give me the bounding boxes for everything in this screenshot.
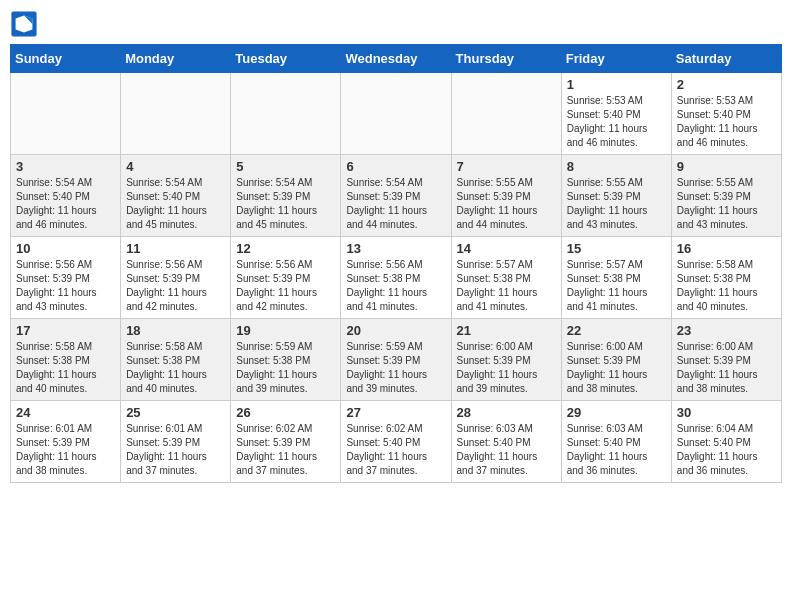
page-header — [10, 10, 782, 38]
day-number: 4 — [126, 159, 225, 174]
calendar-cell: 27Sunrise: 6:02 AM Sunset: 5:40 PM Dayli… — [341, 401, 451, 483]
calendar-cell — [231, 73, 341, 155]
logo — [10, 10, 42, 38]
day-info: Sunrise: 6:01 AM Sunset: 5:39 PM Dayligh… — [16, 422, 115, 478]
day-info: Sunrise: 5:57 AM Sunset: 5:38 PM Dayligh… — [457, 258, 556, 314]
day-number: 8 — [567, 159, 666, 174]
day-number: 10 — [16, 241, 115, 256]
calendar-cell: 9Sunrise: 5:55 AM Sunset: 5:39 PM Daylig… — [671, 155, 781, 237]
day-number: 25 — [126, 405, 225, 420]
calendar-cell — [341, 73, 451, 155]
day-info: Sunrise: 5:54 AM Sunset: 5:40 PM Dayligh… — [126, 176, 225, 232]
day-info: Sunrise: 5:58 AM Sunset: 5:38 PM Dayligh… — [126, 340, 225, 396]
day-info: Sunrise: 5:53 AM Sunset: 5:40 PM Dayligh… — [677, 94, 776, 150]
day-number: 2 — [677, 77, 776, 92]
calendar-cell: 1Sunrise: 5:53 AM Sunset: 5:40 PM Daylig… — [561, 73, 671, 155]
day-info: Sunrise: 5:58 AM Sunset: 5:38 PM Dayligh… — [677, 258, 776, 314]
calendar-cell: 17Sunrise: 5:58 AM Sunset: 5:38 PM Dayli… — [11, 319, 121, 401]
calendar-cell: 7Sunrise: 5:55 AM Sunset: 5:39 PM Daylig… — [451, 155, 561, 237]
day-info: Sunrise: 5:59 AM Sunset: 5:39 PM Dayligh… — [346, 340, 445, 396]
calendar-cell: 25Sunrise: 6:01 AM Sunset: 5:39 PM Dayli… — [121, 401, 231, 483]
calendar-week-row: 1Sunrise: 5:53 AM Sunset: 5:40 PM Daylig… — [11, 73, 782, 155]
day-number: 9 — [677, 159, 776, 174]
calendar-cell — [121, 73, 231, 155]
day-number: 27 — [346, 405, 445, 420]
calendar-cell: 28Sunrise: 6:03 AM Sunset: 5:40 PM Dayli… — [451, 401, 561, 483]
calendar-cell: 15Sunrise: 5:57 AM Sunset: 5:38 PM Dayli… — [561, 237, 671, 319]
calendar-week-row: 10Sunrise: 5:56 AM Sunset: 5:39 PM Dayli… — [11, 237, 782, 319]
day-number: 3 — [16, 159, 115, 174]
day-info: Sunrise: 5:54 AM Sunset: 5:40 PM Dayligh… — [16, 176, 115, 232]
day-info: Sunrise: 6:00 AM Sunset: 5:39 PM Dayligh… — [567, 340, 666, 396]
weekday-header: Friday — [561, 45, 671, 73]
day-number: 14 — [457, 241, 556, 256]
calendar-cell: 2Sunrise: 5:53 AM Sunset: 5:40 PM Daylig… — [671, 73, 781, 155]
weekday-header: Monday — [121, 45, 231, 73]
calendar-cell: 4Sunrise: 5:54 AM Sunset: 5:40 PM Daylig… — [121, 155, 231, 237]
day-number: 21 — [457, 323, 556, 338]
day-number: 11 — [126, 241, 225, 256]
day-info: Sunrise: 5:54 AM Sunset: 5:39 PM Dayligh… — [236, 176, 335, 232]
day-number: 13 — [346, 241, 445, 256]
day-info: Sunrise: 6:04 AM Sunset: 5:40 PM Dayligh… — [677, 422, 776, 478]
day-info: Sunrise: 5:55 AM Sunset: 5:39 PM Dayligh… — [567, 176, 666, 232]
calendar-cell: 24Sunrise: 6:01 AM Sunset: 5:39 PM Dayli… — [11, 401, 121, 483]
calendar-cell: 11Sunrise: 5:56 AM Sunset: 5:39 PM Dayli… — [121, 237, 231, 319]
weekday-header: Tuesday — [231, 45, 341, 73]
day-info: Sunrise: 5:57 AM Sunset: 5:38 PM Dayligh… — [567, 258, 666, 314]
calendar-cell: 13Sunrise: 5:56 AM Sunset: 5:38 PM Dayli… — [341, 237, 451, 319]
calendar-cell: 5Sunrise: 5:54 AM Sunset: 5:39 PM Daylig… — [231, 155, 341, 237]
day-number: 19 — [236, 323, 335, 338]
day-number: 16 — [677, 241, 776, 256]
calendar-cell: 29Sunrise: 6:03 AM Sunset: 5:40 PM Dayli… — [561, 401, 671, 483]
day-number: 29 — [567, 405, 666, 420]
day-number: 5 — [236, 159, 335, 174]
calendar-cell — [451, 73, 561, 155]
day-info: Sunrise: 6:00 AM Sunset: 5:39 PM Dayligh… — [677, 340, 776, 396]
calendar-cell: 16Sunrise: 5:58 AM Sunset: 5:38 PM Dayli… — [671, 237, 781, 319]
day-info: Sunrise: 5:56 AM Sunset: 5:39 PM Dayligh… — [16, 258, 115, 314]
day-info: Sunrise: 6:01 AM Sunset: 5:39 PM Dayligh… — [126, 422, 225, 478]
day-number: 6 — [346, 159, 445, 174]
day-info: Sunrise: 5:54 AM Sunset: 5:39 PM Dayligh… — [346, 176, 445, 232]
day-info: Sunrise: 5:53 AM Sunset: 5:40 PM Dayligh… — [567, 94, 666, 150]
calendar-cell: 10Sunrise: 5:56 AM Sunset: 5:39 PM Dayli… — [11, 237, 121, 319]
weekday-header: Saturday — [671, 45, 781, 73]
day-info: Sunrise: 5:55 AM Sunset: 5:39 PM Dayligh… — [457, 176, 556, 232]
calendar-cell: 8Sunrise: 5:55 AM Sunset: 5:39 PM Daylig… — [561, 155, 671, 237]
day-info: Sunrise: 5:56 AM Sunset: 5:39 PM Dayligh… — [236, 258, 335, 314]
calendar-header-row: SundayMondayTuesdayWednesdayThursdayFrid… — [11, 45, 782, 73]
weekday-header: Wednesday — [341, 45, 451, 73]
calendar-cell: 23Sunrise: 6:00 AM Sunset: 5:39 PM Dayli… — [671, 319, 781, 401]
day-info: Sunrise: 5:55 AM Sunset: 5:39 PM Dayligh… — [677, 176, 776, 232]
day-info: Sunrise: 6:03 AM Sunset: 5:40 PM Dayligh… — [457, 422, 556, 478]
weekday-header: Sunday — [11, 45, 121, 73]
calendar-cell: 14Sunrise: 5:57 AM Sunset: 5:38 PM Dayli… — [451, 237, 561, 319]
day-number: 20 — [346, 323, 445, 338]
day-info: Sunrise: 5:59 AM Sunset: 5:38 PM Dayligh… — [236, 340, 335, 396]
day-number: 7 — [457, 159, 556, 174]
calendar-cell: 3Sunrise: 5:54 AM Sunset: 5:40 PM Daylig… — [11, 155, 121, 237]
day-number: 1 — [567, 77, 666, 92]
day-number: 30 — [677, 405, 776, 420]
day-info: Sunrise: 5:56 AM Sunset: 5:39 PM Dayligh… — [126, 258, 225, 314]
day-number: 12 — [236, 241, 335, 256]
day-number: 23 — [677, 323, 776, 338]
calendar-cell: 26Sunrise: 6:02 AM Sunset: 5:39 PM Dayli… — [231, 401, 341, 483]
day-info: Sunrise: 5:58 AM Sunset: 5:38 PM Dayligh… — [16, 340, 115, 396]
day-info: Sunrise: 6:03 AM Sunset: 5:40 PM Dayligh… — [567, 422, 666, 478]
calendar-cell: 19Sunrise: 5:59 AM Sunset: 5:38 PM Dayli… — [231, 319, 341, 401]
weekday-header: Thursday — [451, 45, 561, 73]
day-number: 26 — [236, 405, 335, 420]
calendar-cell: 21Sunrise: 6:00 AM Sunset: 5:39 PM Dayli… — [451, 319, 561, 401]
logo-icon — [10, 10, 38, 38]
day-info: Sunrise: 6:02 AM Sunset: 5:40 PM Dayligh… — [346, 422, 445, 478]
calendar-week-row: 24Sunrise: 6:01 AM Sunset: 5:39 PM Dayli… — [11, 401, 782, 483]
calendar-week-row: 17Sunrise: 5:58 AM Sunset: 5:38 PM Dayli… — [11, 319, 782, 401]
calendar-cell: 22Sunrise: 6:00 AM Sunset: 5:39 PM Dayli… — [561, 319, 671, 401]
day-number: 24 — [16, 405, 115, 420]
calendar-cell: 6Sunrise: 5:54 AM Sunset: 5:39 PM Daylig… — [341, 155, 451, 237]
day-number: 18 — [126, 323, 225, 338]
calendar-cell: 12Sunrise: 5:56 AM Sunset: 5:39 PM Dayli… — [231, 237, 341, 319]
day-info: Sunrise: 6:02 AM Sunset: 5:39 PM Dayligh… — [236, 422, 335, 478]
